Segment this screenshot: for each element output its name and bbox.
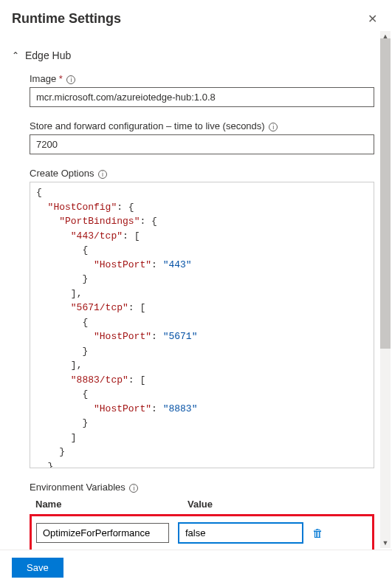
chevron-up-icon: ⌃ [12, 50, 19, 61]
image-input[interactable] [30, 87, 374, 107]
env-col-name-header: Name [35, 499, 176, 510]
info-icon[interactable]: i [269, 123, 278, 131]
env-vars-label: Environment Variables i [30, 482, 374, 493]
env-name-input[interactable] [36, 523, 169, 543]
create-options-label: Create Options i [30, 168, 374, 179]
panel-title: Runtime Settings [12, 11, 121, 27]
ttl-input[interactable] [30, 134, 374, 154]
close-icon: ✕ [368, 13, 377, 25]
section-toggle-edge-hub[interactable]: ⌃ Edge Hub [12, 41, 380, 73]
create-options-group: Create Options i { "HostConfig": { "Port… [30, 168, 374, 468]
panel-body: ⌃ Edge Hub Image * i Store and forward c… [0, 35, 392, 552]
required-asterisk: * [59, 73, 63, 84]
highlight-annotation: 🗑 [30, 514, 374, 552]
create-options-editor[interactable]: { "HostConfig": { "PortBindings": { "443… [30, 182, 374, 468]
image-label: Image * i [30, 73, 374, 84]
section-title: Edge Hub [25, 49, 71, 61]
panel-footer: Save [0, 550, 392, 585]
info-icon[interactable]: i [129, 484, 138, 493]
ttl-label: Store and forward configuration – time t… [30, 120, 374, 131]
panel-header: Runtime Settings ✕ [0, 0, 392, 35]
info-icon[interactable]: i [98, 170, 107, 179]
env-row: 🗑 [33, 518, 371, 548]
env-col-value-header: Value [188, 499, 374, 510]
env-value-input[interactable] [178, 522, 303, 544]
env-vars-group: Environment Variables i Name Value 🗑 [30, 482, 374, 552]
delete-icon[interactable]: 🗑 [312, 527, 323, 539]
info-icon[interactable]: i [66, 75, 75, 84]
ttl-field-group: Store and forward configuration – time t… [30, 120, 374, 154]
save-button[interactable]: Save [12, 558, 63, 578]
form-content: Image * i Store and forward configuratio… [12, 73, 380, 552]
image-field-group: Image * i [30, 73, 374, 107]
env-vars-table: Name Value 🗑 [30, 499, 374, 552]
close-button[interactable]: ✕ [365, 9, 380, 29]
env-header-row: Name Value [30, 499, 374, 510]
